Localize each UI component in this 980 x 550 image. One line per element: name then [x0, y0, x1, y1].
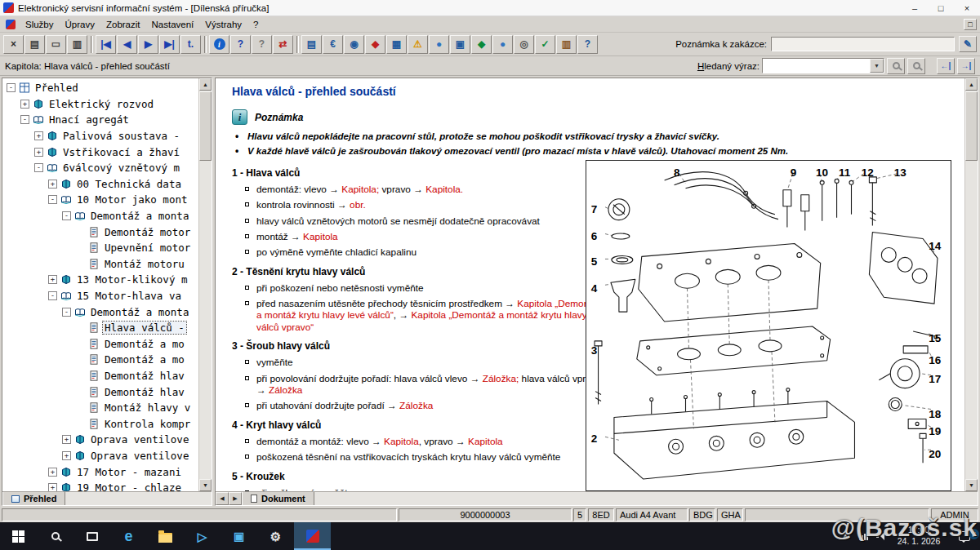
exit-button[interactable]: ×: [3, 35, 24, 54]
collapse-icon[interactable]: -: [48, 195, 57, 204]
edge-browser-taskbar-button[interactable]: e: [110, 522, 147, 550]
collapse-icon[interactable]: -: [7, 83, 16, 92]
tree-scrollbar[interactable]: ▲ ▼: [198, 78, 212, 491]
diagram-callout[interactable]: 15: [929, 332, 941, 344]
info-button[interactable]: i: [209, 35, 229, 54]
manuals-button[interactable]: ▥: [556, 35, 577, 54]
elsa-app-taskbar-button[interactable]: [294, 522, 331, 550]
expand-icon[interactable]: +: [62, 451, 71, 460]
taskbar-search-button[interactable]: [37, 522, 74, 550]
diagram-callout[interactable]: 12: [862, 166, 874, 179]
task-view-button[interactable]: [74, 522, 110, 550]
text-size-button[interactable]: t.: [180, 35, 201, 54]
tree-item[interactable]: Montáž hlavy v: [4, 400, 198, 416]
vehicle-data-button[interactable]: ◎: [514, 35, 534, 54]
customer-data-button[interactable]: ◉: [344, 35, 364, 54]
collapse-icon[interactable]: -: [34, 163, 43, 172]
doc-link[interactable]: Kapitola: [384, 436, 419, 447]
help-button[interactable]: ?: [230, 35, 251, 54]
maximize-button[interactable]: □: [928, 0, 954, 16]
horizontal-scrollbar[interactable]: [314, 492, 978, 505]
doc-link[interactable]: Kapitola: [468, 436, 503, 447]
doc-link[interactable]: Kapitola;: [341, 184, 379, 195]
search-down-button[interactable]: [887, 58, 905, 74]
diagram-callout[interactable]: 11: [839, 166, 850, 179]
nav-prev-button[interactable]: ◀: [117, 35, 137, 54]
search-up-button[interactable]: [907, 58, 925, 74]
compare-button[interactable]: ⇄: [273, 35, 293, 54]
diagram-callout[interactable]: 13: [894, 166, 906, 179]
calculation-button[interactable]: €: [323, 35, 343, 54]
diagram-callout[interactable]: 7: [591, 203, 598, 215]
diagram-callout[interactable]: 2: [591, 432, 598, 445]
expand-icon[interactable]: +: [48, 483, 57, 491]
search-combobox[interactable]: ▼: [762, 58, 884, 73]
tree-item[interactable]: -Hnací agregát: [4, 112, 198, 128]
tree-item[interactable]: Demontáž hlav: [4, 384, 198, 400]
doc-link[interactable]: obr.: [350, 199, 366, 211]
expand-icon[interactable]: +: [20, 100, 29, 109]
collapse-icon[interactable]: -: [62, 211, 71, 220]
tab-dokument[interactable]: Dokument: [242, 492, 314, 505]
scroll-up-button[interactable]: ▲: [965, 78, 978, 91]
tree-item[interactable]: -Demontáž a monta: [4, 304, 198, 320]
tree-item[interactable]: Demontáž a mo: [4, 336, 198, 353]
tree-item[interactable]: +00 Technická data: [4, 176, 198, 193]
tree-item[interactable]: Demontáž motor: [4, 224, 198, 240]
photos-app-taskbar-button[interactable]: ▣: [220, 522, 257, 550]
tree-item[interactable]: Hlava válců -: [4, 320, 198, 336]
nav-first-button[interactable]: |◀: [96, 35, 116, 54]
tree-item[interactable]: -10 Motor jako mont: [4, 192, 198, 208]
expand-icon[interactable]: +: [48, 275, 57, 284]
service-net-button[interactable]: ◆: [471, 35, 492, 54]
nav-last-button[interactable]: ▶|: [159, 35, 180, 54]
tree-item[interactable]: +Oprava ventilove: [4, 432, 198, 448]
volume-icon[interactable]: [872, 532, 890, 540]
diagram-callout[interactable]: 4: [591, 282, 598, 295]
print-button[interactable]: ▤: [24, 35, 45, 54]
menu-nastaven[interactable]: Nastavení: [146, 18, 200, 31]
print-preview-button[interactable]: ▭: [46, 35, 66, 54]
tree-item[interactable]: +Palivová soustava -: [4, 128, 198, 144]
scroll-left-button[interactable]: ◀: [216, 492, 229, 505]
tab-prehled[interactable]: Přehled: [2, 492, 65, 505]
wiring-diagrams-button[interactable]: ●: [429, 35, 449, 54]
expand-icon[interactable]: +: [34, 148, 43, 157]
hidden-icons-button[interactable]: ∧: [836, 531, 854, 542]
copy-page-button[interactable]: ▥: [67, 35, 87, 54]
tree-item[interactable]: +17 Motor - mazani: [4, 464, 198, 480]
expand-icon[interactable]: +: [48, 468, 57, 477]
expand-icon[interactable]: +: [48, 180, 57, 189]
tree-item[interactable]: -15 Motor-hlava va: [4, 288, 198, 304]
next-document-button[interactable]: →|: [957, 58, 975, 74]
media-player-app-taskbar-button[interactable]: ▷: [184, 522, 220, 550]
tree-item[interactable]: +Oprava ventilove: [4, 448, 198, 464]
prev-document-button[interactable]: ←|: [937, 58, 955, 74]
menu-vstrahy[interactable]: Výstrahy: [199, 18, 247, 31]
scrollbar-thumb[interactable]: [199, 91, 212, 161]
diagram-callout[interactable]: 3: [591, 344, 598, 357]
collapse-icon[interactable]: -: [62, 308, 71, 317]
doc-link[interactable]: Záložka: [399, 400, 433, 411]
diagram-callout[interactable]: 20: [929, 448, 941, 460]
collapse-icon[interactable]: -: [20, 115, 29, 124]
doc-link[interactable]: Záložka;: [483, 373, 519, 384]
mdi-restore-button[interactable]: □: [964, 19, 977, 30]
tree-item[interactable]: Montáž motoru: [4, 256, 198, 273]
diagram-callout[interactable]: 19: [929, 425, 941, 437]
diagram-callout[interactable]: 8: [674, 166, 680, 179]
expand-icon[interactable]: +: [34, 131, 43, 140]
order-note-input[interactable]: [771, 37, 955, 51]
document-scrollbar[interactable]: ▲ ▼: [964, 78, 978, 491]
diagram-callout[interactable]: 17: [929, 373, 941, 385]
context-help-button[interactable]: ?: [252, 35, 272, 54]
diagram-callout[interactable]: 10: [816, 166, 828, 179]
confirm-button[interactable]: ✓: [535, 35, 555, 54]
diagram-callout[interactable]: 14: [929, 240, 941, 252]
action-center-button[interactable]: 3: [949, 531, 980, 541]
doc-link[interactable]: Kapitola.: [425, 184, 463, 195]
settings-app-taskbar-button[interactable]: ⚙: [257, 522, 294, 550]
nav-next-button[interactable]: ▶: [138, 35, 158, 54]
warning-messages-button[interactable]: ⚠: [408, 35, 428, 54]
maintenance-tables-button[interactable]: ▦: [386, 35, 407, 54]
